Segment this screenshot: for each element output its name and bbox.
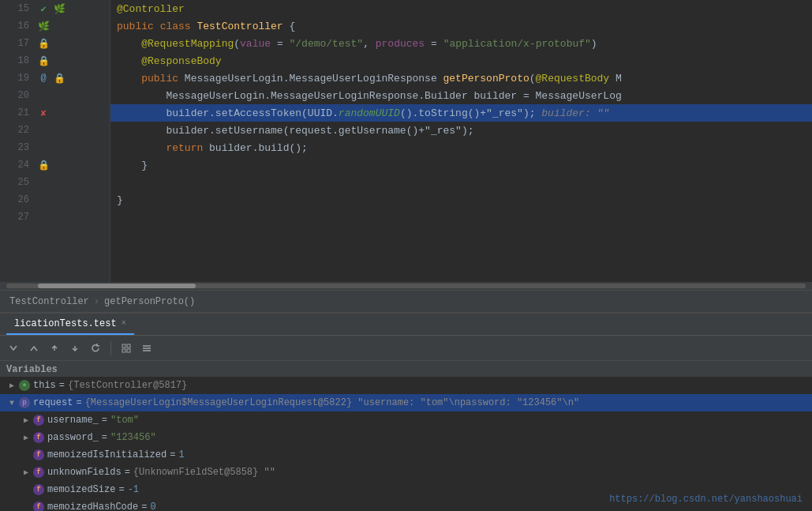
var-eq: = bbox=[141, 502, 147, 511]
code-line-24: } bbox=[110, 156, 812, 174]
lock-icon: 🔒 bbox=[36, 38, 51, 50]
debug-tab-bar: licationTests.test × bbox=[0, 314, 812, 336]
expand-icon-username[interactable] bbox=[21, 415, 32, 426]
lock-icon: 🔒 bbox=[51, 73, 67, 85]
line-number: 16 bbox=[0, 21, 36, 32]
line-row: 26 bbox=[0, 191, 110, 209]
toolbar-btn-up[interactable] bbox=[25, 340, 43, 357]
variables-content[interactable]: ● this = {TestController@5817} p request… bbox=[0, 377, 812, 511]
line-row: 21 ✘ bbox=[0, 104, 110, 122]
code-line-22: builder.setUsername(request.getUsername(… bbox=[110, 122, 812, 139]
code-lines[interactable]: @Controller public class TestController … bbox=[110, 0, 812, 282]
toolbar-btn-down[interactable] bbox=[5, 340, 22, 357]
toolbar-btn-list[interactable] bbox=[138, 340, 155, 357]
variable-row-unknown-fields[interactable]: f unknownFields = {UnknownFieldSet@5858}… bbox=[0, 464, 812, 481]
code-line-19: public MessageUserLogin.MessageUserLogin… bbox=[110, 70, 812, 87]
line-number: 23 bbox=[0, 142, 36, 153]
breakpoint-icon: ✘ bbox=[36, 107, 51, 119]
leaf-icon: 🌿 bbox=[51, 3, 67, 15]
code-line-20: MessageUserLogin.MessageUserLoginRespons… bbox=[110, 87, 812, 104]
tab-close-button[interactable]: × bbox=[122, 319, 126, 328]
variable-row-memoized-init[interactable]: f memoizedIsInitialized = 1 bbox=[0, 446, 812, 464]
line-row: 15 ✔ 🌿 bbox=[0, 0, 110, 17]
var-value-memoized-init: 1 bbox=[178, 449, 184, 460]
annotation-token: @Controller bbox=[117, 3, 185, 15]
annotation-token: @ResponseBody bbox=[141, 55, 221, 67]
variable-row-username[interactable]: f username_ = "tom" bbox=[0, 411, 812, 429]
annotation-token: @RequestMapping bbox=[141, 38, 234, 50]
keyword-class: class bbox=[160, 21, 191, 32]
var-eq: = bbox=[102, 432, 107, 443]
var-name-username: username_ bbox=[47, 415, 99, 426]
line-row: 24 🔒 bbox=[0, 156, 110, 174]
line-row: 19 @ 🔒 bbox=[0, 70, 110, 87]
breadcrumb-class[interactable]: TestController bbox=[9, 296, 89, 307]
var-value-memoized-hash: 0 bbox=[150, 502, 155, 511]
class-name-token: TestController bbox=[196, 21, 283, 32]
var-eq: = bbox=[76, 397, 81, 408]
line-row: 23 bbox=[0, 139, 110, 156]
toolbar-btn-step-out[interactable] bbox=[46, 340, 63, 357]
svg-rect-1 bbox=[127, 344, 130, 348]
f-icon-password: f bbox=[33, 432, 44, 443]
tab-label: licationTests.test bbox=[14, 318, 117, 329]
var-name-password: password_ bbox=[47, 432, 99, 443]
svg-rect-0 bbox=[122, 344, 125, 348]
var-value-memoized-size: -1 bbox=[128, 484, 139, 495]
svg-rect-3 bbox=[127, 349, 130, 352]
at-icon: @ bbox=[36, 73, 51, 84]
toolbar-btn-refresh[interactable] bbox=[87, 340, 104, 357]
debug-panel: licationTests.test × bbox=[0, 312, 812, 511]
toolbar-separator bbox=[110, 341, 111, 355]
toolbar-btn-step-into[interactable] bbox=[66, 340, 84, 357]
var-name-memoized-size: memoizedSize bbox=[47, 484, 115, 495]
line-number: 22 bbox=[0, 125, 36, 136]
line-number: 27 bbox=[0, 212, 36, 223]
expand-icon-request[interactable] bbox=[6, 397, 17, 408]
f-icon-size: f bbox=[33, 484, 44, 495]
code-line-25 bbox=[110, 174, 812, 191]
var-value-password: "123456" bbox=[110, 432, 156, 443]
var-eq: = bbox=[170, 449, 175, 460]
p-icon: p bbox=[19, 397, 30, 408]
line-row: 25 bbox=[0, 174, 110, 191]
breadcrumb-separator: › bbox=[94, 296, 99, 307]
var-value-username: "tom" bbox=[110, 415, 139, 426]
var-name-request: request bbox=[33, 397, 73, 408]
variables-section-label: Variables bbox=[0, 361, 812, 377]
variable-row-this[interactable]: ● this = {TestController@5817} bbox=[0, 377, 812, 394]
expand-icon-password[interactable] bbox=[21, 432, 32, 443]
debug-toolbar bbox=[0, 336, 812, 361]
expand-icon-unknown[interactable] bbox=[21, 467, 32, 478]
var-name-memoized-init: memoizedIsInitialized bbox=[47, 449, 167, 460]
variable-row-password[interactable]: f password_ = "123456" bbox=[0, 429, 812, 446]
debug-tab[interactable]: licationTests.test × bbox=[6, 314, 134, 335]
code-line-23: return builder.build(); bbox=[110, 139, 812, 156]
variable-row-request[interactable]: p request = {MessageUserLogin$MessageUse… bbox=[0, 394, 812, 411]
line-row: 22 bbox=[0, 122, 110, 139]
code-container: 15 ✔ 🌿 16 🌿 17 🔒 18 🔒 bbox=[0, 0, 812, 282]
var-name-unknown-fields: unknownFields bbox=[47, 467, 122, 478]
line-row: 18 🔒 bbox=[0, 52, 110, 70]
gutter: 15 ✔ 🌿 16 🌿 17 🔒 18 🔒 bbox=[0, 0, 110, 282]
code-line-26: } bbox=[110, 191, 812, 209]
line-number: 20 bbox=[0, 90, 36, 101]
var-value-request: {MessageUserLogin$MessageUserLoginReques… bbox=[85, 397, 580, 408]
toolbar-btn-grid[interactable] bbox=[118, 340, 135, 357]
var-value-this: {TestController@5817} bbox=[68, 380, 187, 391]
leaf-icon: 🌿 bbox=[36, 21, 51, 32]
line-number: 18 bbox=[0, 55, 36, 66]
expand-icon-this[interactable] bbox=[6, 380, 17, 391]
line-number: 19 bbox=[0, 73, 36, 84]
breadcrumb-method[interactable]: getPersonProto() bbox=[104, 296, 195, 307]
scrollbar-thumb[interactable] bbox=[38, 284, 196, 288]
code-line-16: public class TestController { bbox=[110, 17, 812, 35]
lock-icon: 🔒 bbox=[36, 55, 51, 67]
lock-icon: 🔒 bbox=[36, 160, 51, 171]
svg-rect-2 bbox=[122, 349, 125, 352]
line-number: 26 bbox=[0, 194, 36, 205]
code-line-17: @RequestMapping(value = "/demo/test", pr… bbox=[110, 35, 812, 52]
horizontal-scrollbar[interactable] bbox=[0, 282, 812, 290]
f-icon-hash: f bbox=[33, 502, 44, 511]
code-line-27 bbox=[110, 209, 812, 226]
